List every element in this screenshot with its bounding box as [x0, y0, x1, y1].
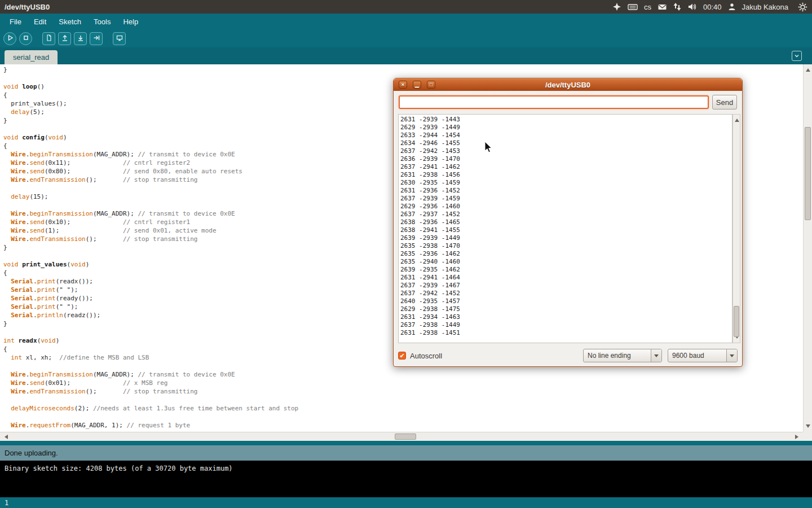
user-icon[interactable]: [728, 2, 736, 11]
volume-icon[interactable]: [687, 2, 697, 11]
gear-icon[interactable]: [798, 2, 807, 12]
arrow-down-icon: [77, 33, 84, 43]
serial-controls: ✔ Autoscroll No line ending 9600 baud: [394, 345, 742, 366]
menu-item-file[interactable]: File: [3, 15, 28, 29]
serial-line: 2629 -2936 -1460: [400, 203, 732, 211]
menu-item-tools[interactable]: Tools: [87, 15, 117, 29]
code-line: [3, 396, 803, 404]
code-line: [3, 413, 803, 421]
status-bar: Done uploading.: [0, 445, 812, 461]
serial-line: 2635 -2940 -1460: [400, 258, 732, 266]
editor-horizontal-scrollbar[interactable]: [0, 432, 803, 441]
serial-line: 2639 -2935 -1462: [400, 266, 732, 274]
line-number-strip: 1: [0, 497, 812, 508]
mail-icon[interactable]: [657, 2, 667, 11]
line-indicator: 1: [5, 499, 8, 507]
serial-line: 2635 -2936 -1462: [400, 250, 732, 258]
serial-line: 2631 -2938 -1456: [400, 171, 732, 179]
close-button[interactable]: ×: [399, 81, 407, 89]
menubar: FileEditSketchToolsHelp: [0, 14, 812, 29]
baud-rate-dropdown[interactable]: 9600 baud: [668, 349, 738, 362]
editor-vertical-scrollbar[interactable]: [803, 64, 812, 432]
serial-line: 2629 -2939 -1449: [400, 124, 732, 132]
build-console: Binary sketch size: 4208 bytes (of a 307…: [0, 461, 812, 497]
serial-scroll-up-icon[interactable]: [735, 116, 739, 122]
autoscroll-label: Autoscroll: [410, 352, 442, 360]
serial-output[interactable]: 2631 -2939 -14432629 -2939 -14492633 -29…: [398, 114, 732, 343]
scroll-right-arrow-icon[interactable]: [795, 435, 801, 439]
serial-line: 2631 -2941 -1464: [400, 274, 732, 282]
stop-icon: [23, 33, 29, 43]
serial-input[interactable]: [399, 95, 709, 109]
status-message: Done uploading.: [5, 449, 58, 457]
serial-monitor-window: × ▁ □ /dev/ttyUSB0 Send 2631 -2939 -1443…: [393, 78, 743, 367]
serial-line: 2631 -2934 -1463: [400, 313, 732, 321]
serial-line: 2637 -2942 -1453: [400, 147, 732, 155]
minimize-button[interactable]: ▁: [413, 81, 421, 89]
menu-item-help[interactable]: Help: [117, 15, 144, 29]
username-label[interactable]: Jakub Kakona: [742, 3, 788, 11]
new-sketch-button[interactable]: [42, 32, 55, 45]
serial-line: 2637 -2938 -1449: [400, 321, 732, 329]
serial-monitor-icon: [116, 33, 123, 43]
serial-line: 2636 -2939 -1470: [400, 155, 732, 163]
dropdown-arrow-icon[interactable]: [651, 349, 661, 362]
system-panel: /dev/ttyUSB0 cs 00:40 Jakub Kakona: [0, 0, 812, 14]
tab-serial-read[interactable]: serial_read: [5, 50, 58, 64]
hscroll-thumb[interactable]: [395, 433, 416, 440]
scroll-down-arrow-icon[interactable]: [806, 424, 810, 430]
serial-scrollbar[interactable]: [732, 114, 740, 343]
serial-line: 2638 -2936 -1465: [400, 218, 732, 226]
serial-line: 2638 -2941 -1455: [400, 226, 732, 234]
scroll-left-arrow-icon[interactable]: [2, 435, 8, 439]
serial-window-titlebar[interactable]: × ▁ □ /dev/ttyUSB0: [394, 78, 742, 91]
save-sketch-button[interactable]: [74, 32, 87, 45]
vscroll-thumb[interactable]: [805, 127, 811, 220]
baud-rate-value: 9600 baud: [668, 352, 708, 360]
code-line: Wire.endTransmission(); // stop transmit…: [3, 387, 803, 396]
window-title: /dev/ttyUSB0: [5, 3, 50, 11]
serial-monitor-button[interactable]: [113, 32, 126, 45]
chevron-down-icon: [794, 51, 800, 61]
network-arrows-icon[interactable]: [673, 2, 681, 11]
arrow-up-icon: [61, 33, 68, 43]
scroll-up-arrow-icon[interactable]: [806, 66, 810, 72]
serial-line: 2640 -2935 -1457: [400, 297, 732, 305]
indicator-icon[interactable]: [612, 2, 621, 11]
open-sketch-button[interactable]: [58, 32, 71, 45]
serial-line: 2637 -2939 -1459: [400, 195, 732, 203]
code-line: Wire.send(0x01); // x MSB reg: [3, 379, 803, 387]
serial-line: 2637 -2937 -1452: [400, 211, 732, 218]
mouse-cursor: [484, 141, 493, 156]
line-ending-value: No line ending: [584, 352, 635, 360]
clock[interactable]: 00:40: [703, 3, 722, 11]
serial-line: 2634 -2946 -1455: [400, 139, 732, 147]
serial-scroll-thumb[interactable]: [734, 306, 739, 337]
keyboard-layout-label[interactable]: cs: [644, 3, 651, 11]
code-line: Wire.requestFrom(MAG_ADDR, 1); // reques…: [3, 421, 803, 430]
tab-menu-button[interactable]: [792, 51, 802, 61]
serial-line: 2637 -2942 -1452: [400, 290, 732, 297]
stop-button[interactable]: [19, 32, 32, 45]
keyboard-icon[interactable]: [628, 2, 638, 11]
close-icon: ×: [401, 82, 404, 87]
serial-line: 2631 -2938 -1451: [400, 329, 732, 337]
dropdown-arrow-icon[interactable]: [726, 349, 737, 362]
line-ending-dropdown[interactable]: No line ending: [583, 349, 662, 362]
system-tray: cs 00:40 Jakub Kakona: [612, 2, 807, 12]
serial-line: 2637 -2941 -1462: [400, 163, 732, 171]
menu-item-sketch[interactable]: Sketch: [52, 15, 87, 29]
serial-line: 2635 -2938 -1470: [400, 242, 732, 250]
maximize-button[interactable]: □: [427, 81, 435, 89]
menu-item-edit[interactable]: Edit: [28, 15, 52, 29]
maximize-icon: □: [430, 82, 433, 87]
send-button[interactable]: Send: [712, 95, 737, 110]
serial-window-title: /dev/ttyUSB0: [545, 81, 590, 89]
serial-line: 2629 -2938 -1475: [400, 305, 732, 313]
arrow-right-icon: [93, 33, 100, 43]
autoscroll-checkbox[interactable]: ✔: [398, 352, 406, 360]
upload-button[interactable]: [90, 32, 103, 45]
code-line: Wire.beginTransmission(MAG_ADDR); // tra…: [3, 370, 803, 379]
divider-band: [0, 441, 812, 445]
verify-button[interactable]: [3, 32, 16, 45]
